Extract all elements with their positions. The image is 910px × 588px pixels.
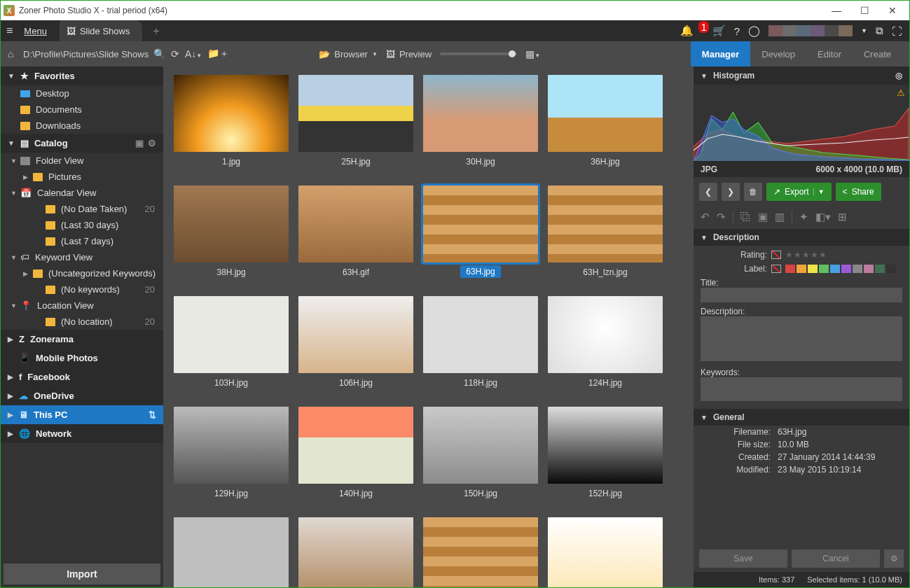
thumbnail[interactable] <box>543 514 668 587</box>
label-swatch[interactable] <box>819 265 829 273</box>
label-swatch[interactable] <box>886 265 896 273</box>
preview-mode-button[interactable]: 🖼 Preview <box>386 49 432 59</box>
cart-icon[interactable]: 🛒 <box>712 24 726 37</box>
path-input[interactable] <box>20 48 153 61</box>
export-button[interactable]: ↗Export▼ <box>766 183 832 201</box>
thumbnail[interactable]: 1.jpg <box>169 72 294 183</box>
fav-downloads[interactable]: Downloads <box>1 118 163 134</box>
thumbnail[interactable]: 152H.jpg <box>543 404 668 514</box>
section-zonerama[interactable]: ▶ZZonerama <box>1 330 163 349</box>
copy-icon[interactable]: ⿻ <box>740 211 751 223</box>
label-swatch[interactable] <box>853 265 862 273</box>
thumbnail[interactable]: 129H.jpg <box>169 404 294 514</box>
maximize-button[interactable]: ☐ <box>850 1 878 20</box>
import-button[interactable]: Import <box>4 564 160 584</box>
catalog-location-view[interactable]: ▼📍Location View <box>1 298 163 314</box>
window-popup-icon[interactable]: ⧉ <box>876 24 883 37</box>
account-icon[interactable]: ◯ <box>748 24 760 37</box>
magic-icon[interactable]: ✦ <box>799 211 808 223</box>
cancel-button[interactable]: Cancel <box>792 550 880 568</box>
kw-none[interactable]: (No keywords)20 <box>1 281 163 298</box>
close-button[interactable]: ✕ <box>878 1 906 20</box>
title-input[interactable] <box>701 288 902 302</box>
thumbnail[interactable]: 106H.jpg <box>294 293 418 404</box>
loc-none[interactable]: (No location)20 <box>1 314 163 330</box>
catalog-folder-view[interactable]: ▼Folder View <box>1 153 163 169</box>
label-swatch[interactable] <box>864 265 874 273</box>
search-icon[interactable]: 🔍 <box>153 48 165 59</box>
hamburger-icon[interactable]: ≡ <box>1 24 18 37</box>
fav-documents[interactable]: Documents <box>1 102 163 118</box>
description-header[interactable]: ▼ Description <box>694 229 909 246</box>
path-root-icon[interactable]: ⌂ <box>8 48 20 59</box>
save-button[interactable]: Save <box>699 550 787 568</box>
thumbnail[interactable]: 124H.jpg <box>543 293 668 404</box>
new-folder-icon[interactable]: 📁＋ <box>207 48 229 60</box>
rotate-left-icon[interactable]: ↶ <box>701 211 710 223</box>
fullscreen-icon[interactable]: ⛶ <box>892 25 902 37</box>
section-mobile[interactable]: ▶📱Mobile Photos <box>1 349 163 368</box>
add-panel-icon[interactable]: ⊞ <box>838 211 847 223</box>
target-icon[interactable]: ◎ <box>895 71 902 80</box>
refresh-icon[interactable]: ⟳ <box>171 48 179 59</box>
section-favorites[interactable]: ▼ ★ Favorites <box>1 66 163 85</box>
histogram-header[interactable]: ▼ Histogram ◎ <box>694 66 909 85</box>
gallery[interactable]: 1.jpg25H.jpg30H.jpg36H.jpg38H.jpg63H.gif… <box>163 66 694 587</box>
thumbnail[interactable]: 63H.jpg <box>418 183 543 293</box>
calendar-last7[interactable]: (Last 7 days) <box>1 233 163 249</box>
gear-icon[interactable]: ⚙ <box>148 138 156 148</box>
mode-develop[interactable]: Develop <box>750 41 806 66</box>
thumbnail[interactable]: 140H.jpg <box>294 404 418 514</box>
thumbnail[interactable]: 63H_lzn.jpg <box>543 183 668 293</box>
thumbnail[interactable] <box>418 514 543 587</box>
delete-button[interactable]: 🗑 <box>744 183 762 201</box>
no-label-icon[interactable] <box>771 265 781 273</box>
kw-uncategorized[interactable]: ▶(Uncategorized Keywords) <box>1 265 163 281</box>
mode-editor[interactable]: Editor <box>806 41 853 66</box>
label-swatch[interactable] <box>875 265 885 273</box>
filter-icon[interactable]: ◧▾ <box>815 211 831 223</box>
label-swatches[interactable] <box>785 265 896 273</box>
label-swatch[interactable] <box>808 265 818 273</box>
label-swatch[interactable] <box>785 265 795 273</box>
catalog-pictures[interactable]: ▶Pictures <box>1 169 163 185</box>
label-swatch[interactable] <box>797 265 806 273</box>
thumbnail[interactable] <box>169 514 294 587</box>
section-network[interactable]: ▶🌐Network <box>1 424 163 443</box>
dropdown-icon[interactable]: ▼ <box>861 27 867 34</box>
section-facebook[interactable]: ▶fFacebook <box>1 368 163 386</box>
thumbnail[interactable]: 118H.jpg <box>418 293 543 404</box>
section-catalog[interactable]: ▼ ▤ Catalog ▣⚙ <box>1 134 163 153</box>
thumbnail[interactable]: 30H.jpg <box>418 72 543 183</box>
minimize-button[interactable]: — <box>822 1 850 20</box>
settings-button[interactable]: ⚙ <box>884 550 904 568</box>
star-rating[interactable]: ★★★★★ <box>785 250 827 260</box>
section-thispc[interactable]: ▶🖥This PC⇅ <box>1 405 163 424</box>
add-folder-icon[interactable]: ▣ <box>135 138 144 148</box>
thumbnail[interactable]: 103H.jpg <box>169 293 294 404</box>
catalog-calendar-view[interactable]: ▼📅Calendar View <box>1 185 163 201</box>
calendar-last30[interactable]: (Last 30 days) <box>1 217 163 233</box>
section-onedrive[interactable]: ▶☁OneDrive <box>1 386 163 405</box>
mode-manager[interactable]: Manager <box>691 41 750 66</box>
mode-create[interactable]: Create <box>853 41 902 66</box>
thumbnail[interactable]: 36H.jpg <box>543 72 668 183</box>
fav-desktop[interactable]: Desktop <box>1 85 163 102</box>
thumbnail[interactable]: 25H.jpg <box>294 72 418 183</box>
no-rating-icon[interactable] <box>771 251 781 259</box>
help-icon[interactable]: ? <box>734 25 740 37</box>
next-button[interactable]: ❯ <box>722 183 740 201</box>
workspace-tab[interactable]: 🖼 Slide Shows <box>60 20 143 41</box>
notifications-icon[interactable]: 🔔1 <box>680 24 703 37</box>
general-header[interactable]: ▼ General <box>694 409 909 426</box>
thumbnail[interactable]: 150H.jpg <box>418 404 543 514</box>
share-button[interactable]: <Share <box>836 183 881 201</box>
calendar-no-date[interactable]: (No Date Taken)20 <box>1 201 163 217</box>
thumbnail[interactable]: 63H.gif <box>294 183 418 293</box>
thumbnail[interactable]: 38H.jpg <box>169 183 294 293</box>
layers-icon[interactable]: ▣ <box>758 211 768 223</box>
rotate-right-icon[interactable]: ↷ <box>717 211 726 223</box>
thumbnail[interactable] <box>294 514 418 587</box>
browser-mode-button[interactable]: 📂 Browser ▼ <box>319 49 378 59</box>
thumb-size-slider[interactable] <box>440 52 517 55</box>
